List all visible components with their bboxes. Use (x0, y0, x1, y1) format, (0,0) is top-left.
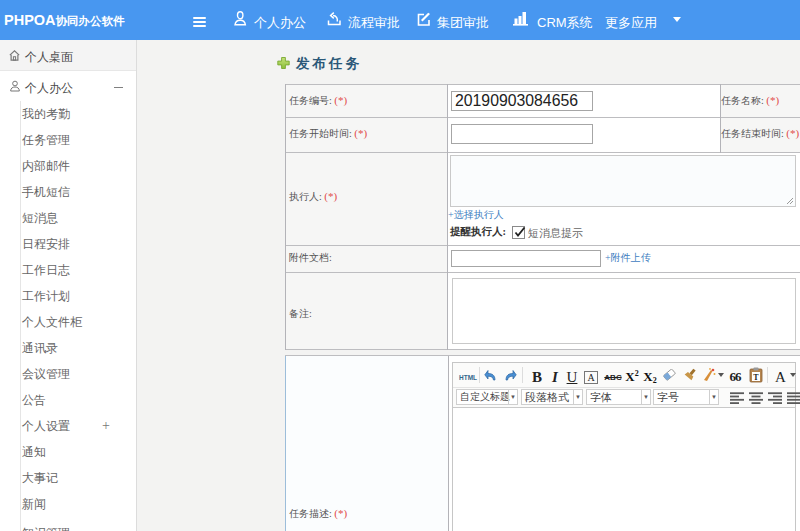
svg-text:T: T (753, 373, 759, 382)
